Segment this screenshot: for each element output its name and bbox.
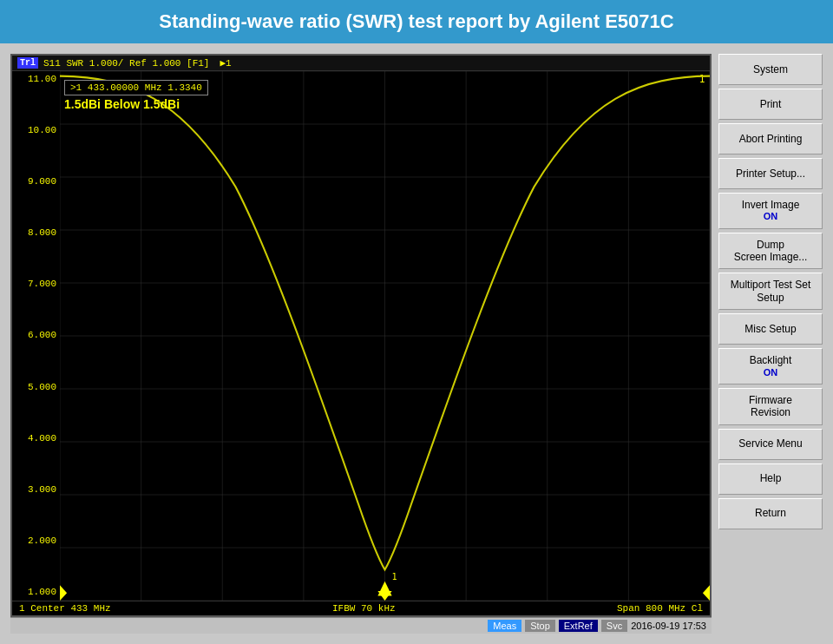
y-label-4: 4.000 [12, 434, 60, 444]
chart-top-bar: Trl S11 SWR 1.000/ Ref 1.000 [F1] ▶1 [12, 56, 710, 71]
page-title: Standing-wave ratio (SWR) test report by… [159, 10, 673, 33]
chart-bottom-right: Span 800 MHz Cl [617, 603, 703, 614]
status-stop: Stop [525, 620, 555, 632]
status-svc: Svc [601, 620, 627, 632]
y-label-7: 7.000 [12, 279, 60, 289]
sidebar-btn-backlight-sublabel: ON [764, 367, 778, 378]
sidebar-btn-invert-image-sublabel: ON [764, 211, 778, 222]
marker-text: >1 433.00000 MHz 1.3340 [70, 82, 202, 93]
y-label-9: 9.000 [12, 177, 60, 187]
swr-chart-svg: 1 1 ↓ [60, 71, 710, 601]
chart-bottom-center: IFBW 70 kHz [332, 603, 396, 614]
y-label-11: 11.00 [12, 75, 60, 84]
sidebar-btn-return[interactable]: Return [718, 498, 823, 529]
y-label-6: 6.000 [12, 331, 60, 340]
chart-bottom-bar: 1 Center 433 MHz IFBW 70 kHz Span 800 MH… [12, 601, 710, 615]
chart-container: Trl S11 SWR 1.000/ Ref 1.000 [F1] ▶1 >1 … [10, 54, 712, 617]
y-label-5: 5.000 [12, 383, 60, 392]
marker-box: >1 433.00000 MHz 1.3340 [64, 80, 208, 95]
sidebar-btn-misc-setup[interactable]: Misc Setup [718, 313, 823, 345]
y-label-8: 8.000 [12, 228, 60, 238]
page-header: Standing-wave ratio (SWR) test report by… [0, 0, 833, 43]
sidebar: SystemPrintAbort PrintingPrinter Setup..… [718, 54, 823, 634]
y-label-1: 1.000 [12, 588, 60, 597]
sidebar-btn-invert-image[interactable]: Invert ImageON [718, 193, 823, 229]
chart-svg-area: 11.00 10.00 9.000 8.000 7.000 6.000 5.00… [12, 71, 710, 601]
svg-marker-26 [703, 585, 710, 601]
sidebar-btn-printer-setup[interactable]: Printer Setup... [718, 158, 823, 189]
svg-marker-24 [377, 591, 391, 601]
marker-ref-label: ▶1 [220, 57, 231, 69]
trace-badge: Trl [17, 57, 38, 69]
sidebar-btn-dump-screen[interactable]: DumpScreen Image... [718, 233, 823, 270]
svg-text:1: 1 [392, 570, 397, 582]
status-meas: Meas [488, 620, 521, 632]
sidebar-btn-service-menu[interactable]: Service Menu [718, 429, 823, 460]
chart-bottom-left: 1 Center 433 MHz [19, 603, 111, 614]
status-extref: ExtRef [559, 620, 598, 632]
sidebar-btn-multiport-test[interactable]: Multiport Test SetSetup [718, 273, 823, 310]
status-time: 2016-09-19 17:53 [631, 621, 706, 631]
y-label-10: 10.00 [12, 126, 60, 135]
sidebar-btn-firmware-revision[interactable]: FirmwareRevision [718, 388, 823, 425]
sidebar-btn-help[interactable]: Help [718, 463, 823, 495]
chart-wrap: Trl S11 SWR 1.000/ Ref 1.000 [F1] ▶1 >1 … [10, 54, 712, 634]
sidebar-btn-backlight[interactable]: BacklightON [718, 348, 823, 384]
y-label-2: 2.000 [12, 536, 60, 546]
y-label-3: 3.000 [12, 485, 60, 495]
sidebar-btn-print[interactable]: Print [718, 89, 823, 120]
status-bar: Meas Stop ExtRef Svc 2016-09-19 17:53 [10, 617, 712, 634]
chart-annotation: 1.5dBi Below 1.5dBi [64, 97, 180, 111]
y-axis-labels: 11.00 10.00 9.000 8.000 7.000 6.000 5.00… [12, 71, 60, 601]
sidebar-btn-system[interactable]: System [718, 54, 823, 85]
svg-marker-25 [60, 585, 67, 601]
chart-top-text: S11 SWR 1.000/ Ref 1.000 [F1] [43, 58, 209, 69]
sidebar-btn-abort-printing[interactable]: Abort Printing [718, 123, 823, 154]
main-content: Trl S11 SWR 1.000/ Ref 1.000 [F1] ▶1 >1 … [0, 43, 833, 644]
svg-text:1: 1 [699, 73, 705, 86]
